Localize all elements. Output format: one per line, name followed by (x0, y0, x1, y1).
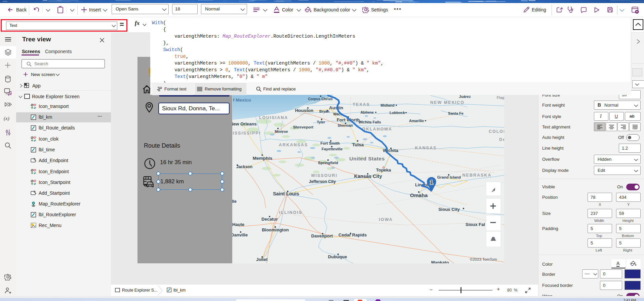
svg-text:Dubuque: Dubuque (328, 254, 347, 259)
svg-text:COLORA: COLORA (489, 129, 504, 134)
svg-text:Abilene: Abilene (360, 110, 374, 114)
svg-text:TEXAS: TEXAS (353, 102, 370, 107)
svg-text:Joliet: Joliet (256, 257, 268, 262)
svg-text:NEW MEXICO: NEW MEXICO (430, 100, 465, 105)
svg-text:Bloomington: Bloomington (262, 227, 289, 232)
svg-text:KANSAS: KANSAS (415, 146, 437, 150)
svg-text:Corpus Christi: Corpus Christi (308, 97, 333, 101)
svg-text:Tyler: Tyler (317, 120, 325, 124)
svg-text:Springfield: Springfield (318, 161, 338, 165)
svg-text:Memphis: Memphis (253, 156, 273, 161)
svg-text:Flags: Flags (497, 96, 504, 100)
svg-text:ille: ille (232, 199, 237, 204)
svg-text:f Mexico: f Mexico (233, 98, 251, 103)
svg-text:Fayetteville: Fayetteville (322, 147, 343, 151)
svg-text:Tulsa: Tulsa (352, 142, 364, 147)
svg-text:Santa Fe: Santa Fe (448, 111, 464, 115)
svg-text:Lubbock: Lubbock (390, 111, 405, 115)
svg-text:1: 1 (430, 179, 433, 186)
svg-text:IOWA: IOWA (379, 217, 393, 222)
svg-text:Wichita Falls: Wichita Falls (358, 120, 381, 124)
svg-text:Cedar Rapids: Cedar Rapids (338, 232, 367, 237)
svg-text:Shreveport: Shreveport (293, 125, 314, 129)
svg-text:NEBRASKA: NEBRASKA (462, 173, 492, 178)
svg-text:Decatur: Decatur (261, 217, 278, 222)
svg-text:Amarillo: Amarillo (409, 119, 424, 123)
svg-text:Midland: Midland (380, 103, 395, 107)
svg-text:LOUISIANA: LOUISIANA (259, 115, 288, 120)
svg-text:Fort Smith: Fort Smith (320, 141, 340, 145)
svg-text:Houston: Houston (295, 108, 314, 113)
svg-text:Monroe: Monroe (275, 129, 288, 134)
svg-text:Bryan: Bryan (319, 109, 329, 113)
svg-text:ARKANSAS: ARKANSAS (279, 143, 308, 147)
svg-text:©2023 TomTom: ©2023 TomTom (470, 257, 497, 261)
svg-text:Jefferson City: Jefferson City (309, 179, 336, 184)
svg-text:Jackson: Jackson (236, 164, 252, 169)
svg-text:Sioux City: Sioux City (438, 207, 460, 212)
svg-text:New Orleans: New Orleans (232, 121, 256, 126)
svg-text:Danville: Danville (232, 232, 248, 237)
svg-text:Omaha: Omaha (410, 192, 428, 198)
svg-text:United States: United States (349, 156, 385, 161)
svg-text:Sioux Fal: Sioux Fal (466, 222, 485, 227)
svg-text:Grand Island: Grand Island (437, 175, 461, 179)
svg-text:Austin: Austin (329, 105, 343, 110)
svg-text:Mankato: Mankato (431, 260, 449, 263)
svg-text:Juárez: Juárez (459, 95, 471, 99)
svg-text:ILLINOIS: ILLINOIS (279, 210, 303, 215)
svg-text:MISSOURI: MISSOURI (311, 173, 337, 178)
svg-text:De: De (499, 137, 504, 142)
svg-text:MISSISSIPPI: MISSISSIPPI (232, 131, 261, 136)
svg-text:Haute: Haute (232, 222, 244, 227)
svg-text:Saint Louis: Saint Louis (273, 191, 299, 196)
svg-text:OKLAHOMA: OKLAHOMA (362, 127, 392, 131)
